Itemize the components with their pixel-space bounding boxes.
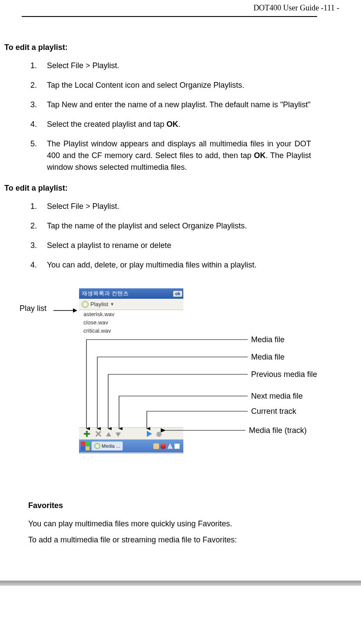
favorites-section: Favorites You can play multimedia files … (4, 501, 339, 546)
list-item: 4. You can add, delete, or play multimed… (4, 259, 339, 271)
list-text-pre: Select the created playlist and tap (47, 120, 166, 129)
stop-icon[interactable] (156, 432, 162, 437)
list-number: 3. (30, 240, 43, 251)
callout-label: Current track (251, 407, 296, 416)
callout-label: Previous media file (251, 370, 317, 379)
list-text-bold: OK (254, 151, 266, 160)
media-icon (94, 443, 100, 449)
file-item[interactable]: close.wav (79, 318, 183, 327)
tray-icon[interactable] (160, 443, 166, 449)
taskbar-app[interactable]: Media ... (91, 441, 123, 451)
tray-icon[interactable] (167, 443, 173, 449)
callout-label: Media file (251, 353, 285, 362)
playlist-dropdown-label: Playlist (90, 301, 108, 307)
playlist-dropdown[interactable]: Playlist ▼ (79, 299, 183, 310)
section2-title: To edit a playlist: (4, 184, 339, 193)
favorites-title: Favorites (28, 501, 294, 510)
list-text: Tap New and enter the name of a new play… (47, 99, 339, 111)
file-item[interactable]: asterisk.wav (79, 310, 183, 318)
start-icon[interactable] (81, 442, 89, 450)
list-number: 1. (30, 201, 43, 212)
chevron-down-icon: ▼ (110, 302, 114, 307)
content: To edit a playlist: 1. Select File > Pla… (4, 43, 339, 546)
list-number: 2. (30, 220, 43, 232)
list-item: 5. The Playlist window appears and displ… (4, 138, 339, 173)
ok-button[interactable]: ok (173, 291, 182, 297)
list-number: 4. (30, 259, 43, 271)
page: DOT400 User Guide -111 - To edit a playl… (0, 0, 361, 563)
list-item: 1. Select File > Playlist. (4, 60, 339, 72)
taskbar: Media ... (79, 439, 183, 452)
list-text: The Playlist window appears and displays… (47, 138, 339, 173)
favorites-paragraph: You can play multimedia files more quick… (28, 518, 294, 530)
list-item: 2. Tap the name of the playlist and sele… (4, 220, 339, 232)
tray-icon[interactable] (153, 443, 159, 449)
section1-title: To edit a playlist: (4, 43, 339, 52)
window-titlebar: 재생목록과 컨텐츠 ok (79, 288, 183, 299)
list-number: 2. (30, 79, 43, 91)
add-icon[interactable] (83, 430, 90, 437)
list-item: 1. Select File > Playlist. (4, 201, 339, 212)
list-item: 3. Tap New and enter the name of a new p… (4, 99, 339, 111)
list-item: 4. Select the created playlist and tap O… (4, 119, 339, 130)
figure-area: Play list 재생목록과 컨텐츠 ok Playlist ▼ (4, 288, 339, 471)
arrow-right-icon (53, 308, 77, 313)
move-down-icon[interactable] (116, 433, 121, 437)
system-tray (153, 443, 182, 449)
section1-list: 1. Select File > Playlist. 2. Tap the Lo… (4, 60, 339, 173)
file-list: asterisk.wav close.wav critical.wav (79, 310, 183, 427)
tray-icon[interactable] (174, 443, 180, 449)
list-text: Select the created playlist and tap OK. (47, 119, 339, 130)
list-item: 3. Select a playlist to rename or delete (4, 240, 339, 251)
list-number: 3. (30, 99, 43, 111)
callout-label: Media file (track) (249, 426, 307, 435)
section2-list: 1. Select File > Playlist. 2. Tap the na… (4, 201, 339, 271)
favorites-paragraph: To add a multimedia file or streaming me… (28, 534, 294, 546)
list-text: Tap the name of the playlist and select … (47, 220, 339, 232)
playlist-icon (82, 301, 89, 308)
header-rule (22, 16, 317, 17)
list-text-bold: OK (166, 120, 178, 129)
list-number: 4. (30, 119, 43, 130)
list-item: 2. Tap the Local Content icon and select… (4, 79, 339, 91)
list-number: 1. (30, 60, 43, 72)
callout-label: Media file (251, 335, 285, 344)
list-text: Select File > Playlist. (47, 60, 339, 72)
play-icon[interactable] (147, 431, 152, 437)
list-text: Select File > Playlist. (47, 201, 339, 212)
move-up-icon[interactable] (106, 432, 111, 436)
playlist-window: 재생목록과 컨텐츠 ok Playlist ▼ asterisk.wav clo… (79, 288, 183, 453)
callout-label: Next media file (251, 392, 303, 401)
taskbar-app-label: Media ... (102, 443, 120, 449)
list-text: Select a playlist to rename or delete (47, 240, 339, 251)
playlist-left-label: Play list (20, 304, 46, 313)
list-number: 5. (30, 138, 43, 173)
list-text: You can add, delete, or play multimedia … (47, 259, 339, 271)
page-header: DOT400 User Guide -111 - (4, 3, 339, 13)
bottom-toolbar (79, 427, 183, 439)
delete-icon[interactable] (95, 430, 102, 437)
window-title: 재생목록과 컨텐츠 (80, 290, 129, 297)
svg-marker-1 (73, 308, 77, 313)
header-text: DOT400 User Guide -111 - (253, 3, 339, 12)
list-text: Tap the Local Content icon and select Or… (47, 79, 339, 91)
list-text-post: . (178, 120, 180, 129)
footer-bar (0, 581, 361, 586)
file-item[interactable]: critical.wav (79, 327, 183, 335)
